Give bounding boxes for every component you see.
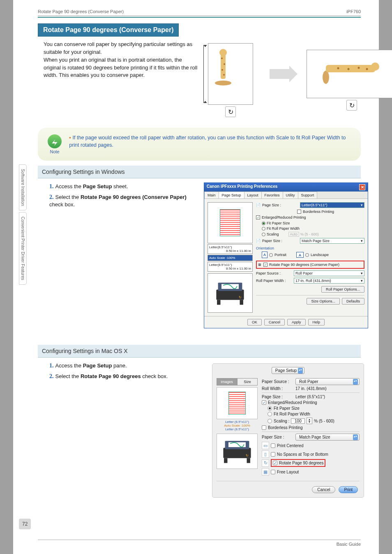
auto-scale-label: Auto Scale :100%: [208, 255, 253, 261]
enlarge-reduce-checkbox[interactable]: ✓: [256, 215, 260, 219]
tab-main[interactable]: Main: [204, 192, 219, 199]
svg-text:↻: ↻: [246, 453, 249, 457]
tab-utility[interactable]: Utility: [283, 192, 298, 199]
note-icon: [48, 134, 62, 148]
mac-printer-preview: ↻: [217, 434, 258, 469]
svg-point-4: [224, 63, 225, 65]
borderless-checkbox[interactable]: [297, 210, 301, 214]
dialog-tabs: Main Page Setup Layout Favorites Utility…: [204, 192, 368, 199]
fit-roll-label: Fit Roll Paper Width: [267, 226, 300, 231]
rotate-highlight: 🗎 ✓ Rotate Page 90 degrees (Conserve Pap…: [256, 261, 364, 269]
mac-no-spaces-label: No Spaces at Top or Bottom: [277, 452, 328, 457]
svg-point-9: [371, 62, 379, 71]
size-options-button[interactable]: Size Options...: [307, 298, 340, 305]
mac-no-spaces-checkbox[interactable]: [271, 452, 275, 457]
giraffe-portrait-icon: [211, 46, 235, 87]
mac-borderless-checkbox[interactable]: [262, 425, 266, 430]
mac-fit-paper-radio[interactable]: [267, 406, 272, 411]
defaults-button[interactable]: Defaults: [342, 298, 364, 305]
stepper-icon[interactable]: ▴▾: [307, 418, 312, 424]
mac-centered-checkbox[interactable]: [271, 443, 275, 448]
mac-fit-roll-radio[interactable]: [267, 412, 272, 416]
side-tab-driver-features[interactable]: Convenient Printer Driver Features: [19, 212, 27, 285]
tab-page-setup[interactable]: Page Setup: [219, 192, 244, 199]
scaling-label: Scaling: [267, 232, 279, 236]
fit-roll-radio[interactable]: [262, 227, 265, 231]
size-label: Letter(8.5"x11") 8.50 in x 11.00 in: [208, 244, 253, 254]
dialog-title: Canon iPFxxxx Printing Preferences: [207, 184, 277, 190]
mac-scaling-label: Scaling :: [274, 419, 289, 423]
mac-print-button[interactable]: Print: [339, 486, 358, 493]
mac-tab-images[interactable]: Images: [217, 378, 237, 385]
help-button[interactable]: Help: [308, 319, 325, 325]
enlarge-reduce-label: Enlarged/Reduced Printing: [262, 215, 306, 219]
mac-enlarge-checkbox[interactable]: ✓: [262, 400, 266, 405]
portrait-icon: A: [262, 252, 267, 258]
footer: Basic Guide: [38, 540, 361, 547]
paper-source-label: Paper Source :: [256, 271, 292, 275]
close-icon[interactable]: ✕: [359, 184, 365, 190]
svg-point-10: [337, 67, 339, 69]
mac-enlarge-label: Enlarged/Reduced Printing: [268, 400, 317, 405]
paper-size-label: Paper Size :: [262, 239, 298, 243]
step-2: 2.Select the Rotate Page 90 degrees (Con…: [49, 193, 198, 209]
portrait-label: Portrait: [274, 253, 286, 257]
svg-rect-23: [224, 458, 227, 463]
mac-page-size-label: Page Size :: [262, 395, 294, 399]
printer-icon: ↻: [213, 279, 247, 307]
tab-support[interactable]: Support: [298, 192, 318, 199]
borderless-label: Borderless Printing: [303, 210, 334, 214]
mac-cancel-button[interactable]: Cancel: [312, 486, 335, 493]
header-rule: [38, 17, 361, 18]
note-label: Note: [46, 149, 63, 154]
side-tab-software[interactable]: Software Installation: [19, 164, 27, 210]
mac-fit-paper-label: Fit Paper Size: [274, 406, 300, 411]
mac-scaling-range: % (5 - 600): [314, 419, 334, 423]
paper-source-select[interactable]: Roll Paper▾: [294, 270, 364, 276]
mac-scaling-radio[interactable]: [267, 419, 272, 423]
ok-button[interactable]: OK: [247, 319, 262, 325]
mac-fit-roll-label: Fit Roll Paper Width: [274, 412, 310, 416]
paper-size-select[interactable]: Match Page Size▾: [300, 238, 364, 244]
rotation-illustration: ↻ ↻: [205, 41, 392, 117]
note-content: If the page would exceed the roll paper …: [69, 135, 346, 148]
centered-icon: ▭: [262, 442, 269, 449]
roll-width-select[interactable]: 17-in. Roll (431.8mm)▾: [294, 278, 364, 284]
landscape-radio[interactable]: [305, 253, 309, 257]
svg-rect-17: [217, 300, 220, 305]
roll-options-button[interactable]: Roll Paper Options...: [321, 286, 364, 293]
tab-favorites[interactable]: Favorites: [261, 192, 283, 199]
rotate-checkbox[interactable]: ✓: [263, 263, 267, 267]
mac-scaling-value[interactable]: 100: [291, 418, 305, 424]
mac-tab-size[interactable]: Size: [237, 378, 258, 385]
pane-select[interactable]: Page Setup▴▾: [272, 367, 304, 374]
landscape-icon: A: [296, 252, 304, 258]
mac-rotate-checkbox[interactable]: ✓: [273, 461, 277, 465]
mac-dialog: Page Setup▴▾ Images Size Letter (8.5"x11…: [212, 363, 364, 498]
mac-rotate-label: Rotate Page 90 degrees: [279, 461, 323, 465]
tab-layout[interactable]: Layout: [244, 192, 262, 199]
free-layout-icon: ▦: [262, 468, 269, 476]
mac-free-layout-checkbox[interactable]: [271, 470, 275, 474]
landscape-label: Landscape: [311, 253, 329, 257]
svg-point-11: [348, 68, 350, 70]
mac-paper-size2-select[interactable]: Match Page Size▴▾: [295, 434, 360, 441]
header-right: iPF760: [346, 9, 361, 14]
rotate-thumb-icon: 🗎: [258, 263, 262, 267]
scaling-radio[interactable]: [262, 233, 265, 236]
fit-paper-radio[interactable]: [262, 222, 265, 225]
apply-button[interactable]: Apply: [287, 319, 306, 325]
svg-point-0: [215, 81, 231, 85]
svg-point-5: [221, 69, 223, 71]
fit-paper-label: Fit Paper Size: [267, 221, 290, 225]
mac-paper-source-select[interactable]: Roll Paper▴▾: [295, 378, 360, 385]
cancel-button[interactable]: Cancel: [264, 319, 285, 325]
svg-point-13: [366, 68, 368, 70]
page-size-select[interactable]: Letter(8.5"x11")▾: [300, 202, 364, 208]
step-2-mac: 2.Select the Rotate Page 90 degrees chec…: [49, 372, 198, 381]
svg-text:↻: ↻: [239, 295, 242, 299]
portrait-radio[interactable]: [269, 253, 273, 257]
scaling-value[interactable]: Auto: [288, 232, 300, 237]
svg-rect-18: [240, 300, 243, 305]
rotate-icon: ↻: [346, 100, 357, 111]
